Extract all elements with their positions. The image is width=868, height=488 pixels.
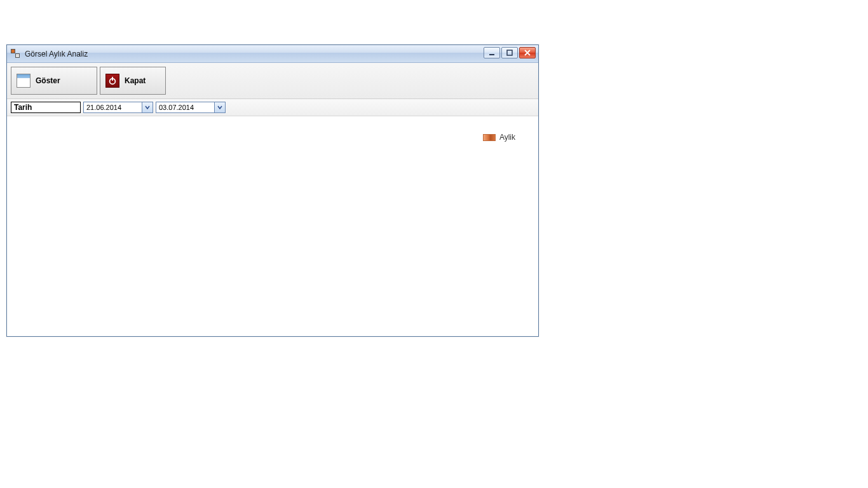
show-button-label: Göster: [36, 76, 60, 85]
close-window-button[interactable]: [519, 47, 536, 58]
chart-legend: Aylik: [483, 133, 515, 142]
titlebar[interactable]: Görsel Aylık Analiz: [7, 45, 538, 63]
filter-bar: Tarih: [7, 99, 538, 116]
app-icon: [11, 49, 21, 59]
close-icon: [524, 50, 531, 56]
app-window: Görsel Aylık Analiz Göster Kapat Tarih: [6, 44, 539, 337]
chart-area: Aylik: [7, 116, 538, 336]
chevron-down-icon: [145, 105, 150, 110]
chevron-down-icon: [217, 105, 222, 110]
window-controls: [484, 47, 536, 58]
close-button[interactable]: Kapat: [100, 67, 166, 95]
date-to-picker[interactable]: [156, 102, 226, 113]
close-button-label: Kapat: [125, 76, 146, 85]
toolbar: Göster Kapat: [7, 63, 538, 99]
date-from-dropdown[interactable]: [142, 102, 153, 113]
maximize-button[interactable]: [501, 47, 518, 58]
date-to-input[interactable]: [156, 102, 214, 113]
maximize-icon: [506, 50, 513, 56]
legend-label: Aylik: [499, 133, 515, 142]
date-from-input[interactable]: [83, 102, 142, 113]
show-button[interactable]: Göster: [11, 67, 97, 95]
svg-rect-1: [507, 50, 512, 55]
minimize-icon: [489, 50, 495, 56]
legend-swatch: [483, 134, 496, 141]
minimize-button[interactable]: [484, 47, 500, 58]
date-from-picker[interactable]: [83, 102, 153, 113]
svg-rect-0: [489, 54, 494, 55]
power-icon: [105, 74, 119, 88]
date-to-dropdown[interactable]: [214, 102, 226, 113]
window-icon: [17, 74, 31, 88]
date-label: Tarih: [11, 102, 81, 113]
svg-rect-3: [112, 77, 113, 81]
window-title: Görsel Aylık Analiz: [25, 50, 88, 58]
